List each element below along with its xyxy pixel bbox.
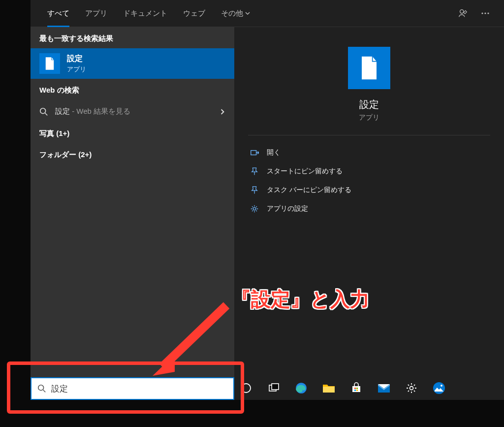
category-photos[interactable]: 写真 (1+) xyxy=(31,123,234,144)
tab-more[interactable]: その他 xyxy=(213,0,258,27)
preview-subtitle: アプリ xyxy=(359,113,379,122)
pin-icon xyxy=(250,167,259,176)
svg-point-20 xyxy=(410,387,413,390)
taskbar-photos-icon[interactable] xyxy=(432,381,446,395)
svg-point-2 xyxy=(484,12,486,14)
svg-rect-6 xyxy=(251,151,256,155)
pin-icon xyxy=(250,186,259,195)
taskbar xyxy=(234,376,504,400)
svg-rect-12 xyxy=(272,384,279,390)
action-open[interactable]: 開く xyxy=(248,143,490,162)
svg-point-8 xyxy=(38,385,44,391)
svg-point-22 xyxy=(441,385,442,387)
preview-app-icon xyxy=(348,47,390,89)
action-pin-start[interactable]: スタートにピン留めする xyxy=(248,162,490,181)
more-options-icon[interactable] xyxy=(480,8,490,18)
annotation-text: 『設定』と入力 xyxy=(231,286,370,313)
svg-line-5 xyxy=(45,113,48,115)
search-results-panel: すべて アプリ ドキュメント ウェブ その他 最も一致する検索結果 xyxy=(31,0,504,400)
preview-title: 設定 xyxy=(359,98,379,111)
best-match-title: 設定 xyxy=(67,54,86,64)
open-icon xyxy=(250,148,259,157)
web-search-item[interactable]: 設定 - Web 結果を見る xyxy=(31,100,234,123)
web-search-label: 設定 - Web 結果を見る xyxy=(55,107,130,116)
tab-all[interactable]: すべて xyxy=(39,0,77,27)
tab-web[interactable]: ウェブ xyxy=(175,0,213,27)
tab-apps[interactable]: アプリ xyxy=(77,0,115,27)
chevron-down-icon xyxy=(245,11,250,16)
taskbar-edge-icon[interactable] xyxy=(294,381,308,395)
svg-point-21 xyxy=(433,382,445,394)
preview-pane: 設定 アプリ 開く スタートにピン留めする xyxy=(234,27,504,400)
svg-point-0 xyxy=(460,10,464,13)
action-app-settings[interactable]: アプリの設定 xyxy=(248,199,490,218)
search-input-box[interactable] xyxy=(31,377,234,400)
search-icon xyxy=(37,384,46,393)
web-search-header: Web の検索 xyxy=(31,79,234,100)
svg-rect-16 xyxy=(356,388,358,389)
svg-point-3 xyxy=(487,12,489,14)
gear-icon xyxy=(250,204,259,213)
feedback-icon[interactable] xyxy=(458,8,469,19)
chevron-right-icon xyxy=(220,109,225,115)
best-match-item[interactable]: 設定 アプリ xyxy=(31,48,234,79)
app-icon xyxy=(39,53,60,74)
svg-rect-18 xyxy=(356,390,358,391)
search-input[interactable] xyxy=(51,384,227,394)
category-folders[interactable]: フォルダー (2+) xyxy=(31,144,234,165)
taskbar-taskview-icon[interactable] xyxy=(267,381,281,395)
svg-point-4 xyxy=(40,108,46,113)
svg-rect-15 xyxy=(354,388,356,389)
taskbar-explorer-icon[interactable] xyxy=(322,381,336,395)
svg-rect-17 xyxy=(354,390,356,391)
results-list: 最も一致する検索結果 設定 アプリ Web の検索 設定 - Web 結 xyxy=(31,27,234,400)
best-match-subtitle: アプリ xyxy=(67,65,86,74)
action-pin-taskbar[interactable]: タスク バーにピン留めする xyxy=(248,181,490,199)
svg-point-7 xyxy=(253,207,255,210)
taskbar-cortana-icon[interactable] xyxy=(239,381,253,395)
svg-rect-14 xyxy=(323,387,335,393)
taskbar-mail-icon[interactable] xyxy=(377,381,391,395)
svg-line-9 xyxy=(43,390,46,393)
svg-point-10 xyxy=(242,384,251,393)
search-icon xyxy=(39,107,48,116)
search-filter-tabs: すべて アプリ ドキュメント ウェブ その他 xyxy=(31,0,504,27)
taskbar-settings-icon[interactable] xyxy=(405,381,418,395)
taskbar-store-icon[interactable] xyxy=(349,381,363,395)
svg-point-1 xyxy=(481,12,483,14)
tab-documents[interactable]: ドキュメント xyxy=(115,0,175,27)
best-match-header: 最も一致する検索結果 xyxy=(31,27,234,48)
